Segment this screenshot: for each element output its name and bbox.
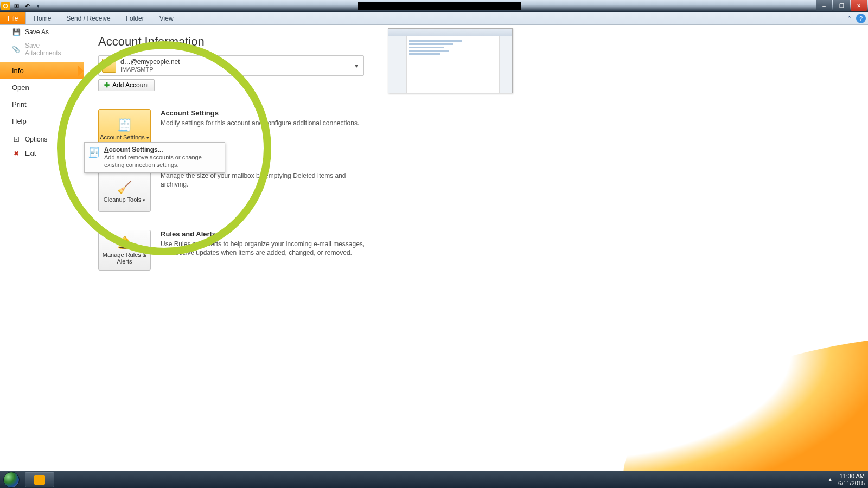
nav-open-label: Open (12, 84, 29, 92)
dropdown-item-account-settings[interactable]: 🧾 Account Settings... Add and remove acc… (88, 146, 221, 169)
clock[interactable]: 11:30 AM 6/11/2015 (838, 473, 865, 486)
help-icon[interactable]: ? (856, 14, 866, 23)
nav-print-label: Print (12, 100, 27, 108)
account-settings-heading: Account Settings (161, 109, 367, 117)
nav-options[interactable]: ☑ Options (0, 132, 84, 146)
account-picker[interactable]: d…@emypeople.net IMAP/SMTP ▼ (98, 55, 364, 76)
section-rules: 🔔 Manage Rules & Alerts Rules and Alerts… (98, 230, 367, 271)
ribbon-tabs: File Home Send / Receive Folder View ⌃ ? (0, 12, 868, 25)
outlook-taskbar-icon (34, 475, 45, 485)
nav-print[interactable]: Print (0, 96, 84, 113)
nav-options-label: Options (25, 136, 47, 143)
tab-view[interactable]: View (152, 12, 181, 24)
nav-save-as-label: Save As (25, 28, 49, 36)
account-settings-button-label: Account Settings ▾ (100, 134, 149, 140)
window-title-redacted (358, 2, 521, 10)
nav-help[interactable]: Help (0, 113, 84, 130)
taskbar-outlook-button[interactable] (25, 472, 54, 487)
nav-save-attachments-label: Save Attachments (25, 42, 77, 57)
tray-overflow-icon[interactable]: ▲ (827, 477, 833, 483)
account-lines: d…@emypeople.net IMAP/SMTP (120, 59, 180, 72)
file-tab[interactable]: File (0, 12, 26, 24)
backstage-view: 💾 Save As 📎 Save Attachments Info Open P… (0, 25, 868, 471)
rules-heading: Rules and Alerts (161, 230, 367, 238)
tab-folder[interactable]: Folder (118, 12, 152, 24)
add-account-button[interactable]: ✚ Add Account (98, 79, 155, 91)
maximize-button[interactable]: ❐ (833, 0, 850, 11)
nav-save-as[interactable]: 💾 Save As (0, 25, 84, 39)
cleanup-icon: 🧹 (116, 181, 133, 195)
windows-orb-icon (3, 472, 20, 488)
nav-save-attachments: 📎 Save Attachments (0, 39, 84, 60)
folder-icon (102, 59, 116, 73)
plus-icon: ✚ (104, 81, 110, 89)
chevron-down-icon: ▼ (354, 63, 359, 69)
window-buttons: – ❐ ✕ (815, 0, 867, 11)
dropdown-desc: Add and remove accounts or change existi… (104, 153, 221, 169)
save-icon: 💾 (12, 28, 21, 36)
clock-time: 11:30 AM (838, 473, 865, 479)
backstage-nav: 💾 Save As 📎 Save Attachments Info Open P… (0, 25, 84, 471)
backstage-content: Account Information d…@emypeople.net IMA… (84, 25, 868, 471)
nav-help-label: Help (12, 117, 27, 125)
titlebar: O ✉ ↶ ▾ – ❐ ✕ (0, 0, 868, 12)
dropdown-title: Account Settings... (104, 146, 221, 153)
account-type: IMAP/SMTP (120, 66, 180, 73)
section-cleanup: 🧹 Cleanup Tools ▾ Manage the size of you… (98, 171, 367, 212)
nav-open[interactable]: Open (0, 79, 84, 96)
tab-home[interactable]: Home (26, 12, 59, 24)
rules-button-label: Manage Rules & Alerts (100, 252, 149, 265)
undo-qat-icon[interactable]: ↶ (23, 2, 31, 10)
nav-info[interactable]: Info (0, 62, 84, 79)
clock-date: 6/11/2015 (838, 480, 865, 486)
minimize-button[interactable]: – (816, 0, 832, 11)
quick-access-toolbar: O ✉ ↶ ▾ (0, 2, 42, 10)
start-button[interactable] (0, 471, 23, 488)
cleanup-tools-button[interactable]: 🧹 Cleanup Tools ▾ (98, 171, 151, 212)
options-icon: ☑ (12, 135, 21, 144)
account-email: d…@emypeople.net (120, 59, 180, 66)
nav-exit[interactable]: ✖ Exit (0, 146, 84, 160)
nav-exit-label: Exit (25, 150, 36, 157)
taskbar: ▲ 11:30 AM 6/11/2015 (0, 471, 868, 488)
exit-icon: ✖ (12, 149, 21, 158)
rules-icon: 🔔 (116, 236, 133, 250)
system-tray: ▲ 11:30 AM 6/11/2015 (827, 473, 865, 486)
send-receive-qat-icon[interactable]: ✉ (12, 2, 21, 10)
ribbon-minimize-icon[interactable]: ⌃ (844, 14, 854, 23)
cleanup-button-label: Cleanup Tools ▾ (104, 196, 146, 203)
account-settings-dropdown: 🧾 Account Settings... Add and remove acc… (84, 142, 225, 173)
close-button[interactable]: ✕ (851, 0, 867, 11)
account-preview-thumbnail (388, 28, 513, 93)
account-settings-icon: 🧾 (116, 118, 133, 132)
rules-body: Use Rules and Alerts to help organize yo… (161, 240, 367, 257)
decorative-wave (612, 338, 868, 488)
attachment-icon: 📎 (12, 45, 21, 54)
tab-send-receive[interactable]: Send / Receive (59, 12, 118, 24)
nav-info-label: Info (12, 67, 24, 75)
qat-customize-icon[interactable]: ▾ (34, 2, 42, 10)
dropdown-account-settings-icon: 🧾 (88, 146, 100, 160)
cleanup-body: Manage the size of your mailbox by empty… (161, 171, 367, 189)
account-settings-body: Modify settings for this account and con… (161, 119, 367, 127)
outlook-icon: O (1, 2, 10, 10)
add-account-label: Add Account (112, 81, 149, 89)
manage-rules-button[interactable]: 🔔 Manage Rules & Alerts (98, 230, 151, 271)
